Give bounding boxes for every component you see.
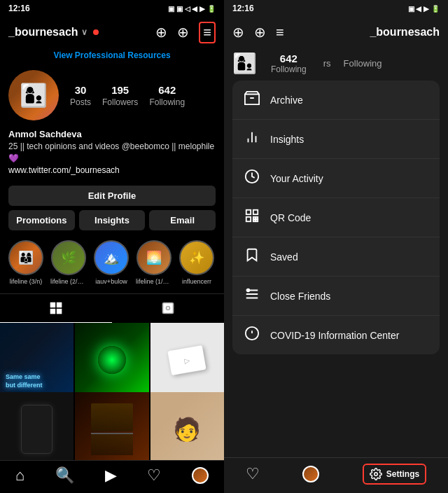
- notification-dot-left: [93, 29, 99, 35]
- stories-row: 👨‍👩‍👦 lifeline (3/n) 🌿 lifeline (2/n) 🙂 …: [0, 235, 224, 291]
- grid-cell-3[interactable]: ▷: [150, 323, 224, 396]
- menu-item-covid[interactable]: COVID-19 Information Center: [232, 316, 440, 354]
- action-buttons: Edit Profile Promotions Insights Email: [0, 181, 224, 235]
- bio-line1: 25 || tech opinions and videos @beebomco…: [8, 141, 214, 163]
- stats-row: 30 Posts 195 Followers 642 Following: [70, 84, 216, 107]
- grid-icon: [49, 301, 63, 315]
- qrcode-label: QR Code: [270, 212, 311, 223]
- grid-cell-6[interactable]: 🧑: [150, 392, 224, 460]
- bio-name: Anmol Sachdeva: [8, 129, 216, 139]
- qrcode-icon: [244, 208, 260, 227]
- right-panel: 12:16 ▣ ◀ ▶ 🔋 ⊕ ⊕ ≡ _bournesach 👩‍👦 642 …: [224, 0, 448, 493]
- right-add-post-icon[interactable]: ⊕: [232, 24, 244, 41]
- bio-text: 25 || tech opinions and videos @beebomco…: [8, 141, 216, 176]
- email-button[interactable]: Email: [149, 210, 216, 230]
- svg-rect-17: [256, 217, 258, 219]
- profile-nav-avatar[interactable]: [192, 467, 209, 484]
- right-profile-nav-avatar[interactable]: [302, 466, 319, 482]
- settings-label: Settings: [386, 469, 419, 479]
- home-nav-icon[interactable]: ⌂: [15, 466, 24, 485]
- menu-item-saved[interactable]: Saved: [232, 237, 440, 277]
- svg-point-25: [374, 473, 378, 476]
- menu-item-activity[interactable]: Your Activity: [232, 159, 440, 198]
- archive-icon: [244, 90, 260, 109]
- neon-text: Same samebut different: [6, 373, 43, 389]
- three-buttons-row: Promotions Insights Email: [8, 210, 216, 230]
- story-item-2[interactable]: 🌿 lifeline (2/n) 🙂: [50, 240, 87, 285]
- covid-icon: [244, 326, 260, 345]
- content-tabs: [0, 293, 224, 323]
- grid-cell-5[interactable]: [75, 392, 148, 460]
- hamburger-menu-icon[interactable]: ≡: [199, 22, 216, 43]
- right-following-stat: 642 Following: [271, 53, 307, 74]
- covid-label: COVID-19 Information Center: [270, 330, 399, 341]
- svg-rect-2: [50, 309, 56, 314]
- right-profile-partial: 👩‍👦 642 Following rs Following: [224, 48, 448, 78]
- grid-cell-2[interactable]: [75, 323, 148, 396]
- svg-rect-1: [57, 303, 62, 308]
- story-item-4[interactable]: 🌅 lifeline (1/n) 🙂: [136, 240, 172, 285]
- tagged-tab[interactable]: [112, 294, 224, 323]
- followers-stat[interactable]: 195 Followers: [102, 84, 138, 107]
- story-label-4: lifeline (1/n) 🙂: [136, 278, 172, 285]
- grid-tab[interactable]: [0, 294, 112, 323]
- menu-item-archive[interactable]: Archive: [232, 81, 440, 120]
- right-add-friend-icon[interactable]: ⊕: [254, 24, 266, 41]
- activity-label: Your Activity: [270, 173, 323, 184]
- insights-label: Insights: [270, 134, 304, 145]
- heart-nav-icon[interactable]: ♡: [147, 466, 161, 485]
- status-bar-left: 12:16 ▣ ▣ ◁ ◀ ▶ 🔋: [0, 0, 224, 17]
- svg-rect-0: [50, 303, 56, 308]
- insights-button[interactable]: Insights: [79, 210, 146, 230]
- edit-profile-button[interactable]: Edit Profile: [8, 186, 216, 206]
- following-stat[interactable]: 642 Following: [149, 84, 185, 107]
- time-left: 12:16: [8, 4, 30, 13]
- activity-icon: [244, 169, 260, 188]
- following-label: Following: [149, 97, 185, 107]
- reels-nav-icon[interactable]: ▶: [105, 466, 117, 485]
- add-post-icon[interactable]: ⊕: [155, 24, 167, 41]
- svg-rect-11: [246, 210, 251, 214]
- story-circle-4: 🌅: [136, 240, 172, 275]
- right-hamburger-icon[interactable]: ≡: [276, 25, 284, 41]
- right-header-left-icons: ⊕ ⊕ ≡: [232, 24, 284, 41]
- right-username: _bournesach: [370, 26, 440, 39]
- right-spacer: [224, 357, 448, 457]
- story-label-3: iauv+bulow: [95, 278, 127, 285]
- svg-rect-14: [253, 217, 255, 219]
- story-item-1[interactable]: 👨‍👩‍👦 lifeline (3/n): [8, 240, 43, 285]
- view-pro-resources-link[interactable]: View Professional Resources: [0, 48, 224, 64]
- grid-cell-4[interactable]: [0, 392, 74, 460]
- grid-cell-1[interactable]: Same samebut different: [0, 323, 74, 396]
- svg-rect-16: [253, 220, 255, 222]
- bottom-nav-right: ♡ Settings: [224, 457, 448, 493]
- svg-rect-12: [253, 210, 258, 214]
- status-bar-right: 12:16 ▣ ◀ ▶ 🔋: [224, 0, 448, 17]
- settings-button[interactable]: Settings: [363, 464, 426, 485]
- menu-item-qrcode[interactable]: QR Code: [232, 198, 440, 237]
- close-friends-label: Close Friends: [270, 291, 330, 302]
- left-panel: 12:16 ▣ ▣ ◁ ◀ ▶ 🔋 _bournesach ∨ ⊕ ⊕ ≡ Vi…: [0, 0, 224, 493]
- story-circle-1: 👨‍👩‍👦: [8, 240, 43, 275]
- right-heart-nav-icon[interactable]: ♡: [246, 465, 260, 483]
- username-left[interactable]: _bournesach ∨: [8, 26, 99, 39]
- status-icons-right: ▣ ◀ ▶ 🔋: [408, 5, 440, 13]
- profile-section: 👩‍👦 30 Posts 195 Followers 642 Following: [0, 64, 224, 126]
- posts-stat[interactable]: 30 Posts: [70, 84, 91, 107]
- story-item-5[interactable]: ✨ influencerr: [179, 240, 214, 285]
- menu-item-insights[interactable]: Insights: [232, 120, 440, 159]
- followers-count: 195: [111, 84, 129, 96]
- header-left: _bournesach ∨ ⊕ ⊕ ≡: [0, 17, 224, 48]
- story-item-3[interactable]: 🏔️ iauv+bulow: [94, 240, 129, 285]
- bio-link[interactable]: www.twitter.com/_bournesach: [8, 165, 120, 175]
- header-right: ⊕ ⊕ ≡ _bournesach: [224, 17, 448, 48]
- saved-icon: [244, 247, 260, 266]
- add-friend-icon[interactable]: ⊕: [177, 24, 189, 41]
- svg-rect-3: [57, 309, 62, 314]
- search-nav-icon[interactable]: 🔍: [55, 466, 74, 485]
- menu-item-close-friends[interactable]: Close Friends: [232, 277, 440, 316]
- posts-label: Posts: [70, 97, 91, 107]
- avatar: 👩‍👦: [8, 70, 59, 120]
- promotions-button[interactable]: Promotions: [8, 210, 75, 230]
- dropdown-menu: Archive Insights Your Activity: [232, 81, 440, 354]
